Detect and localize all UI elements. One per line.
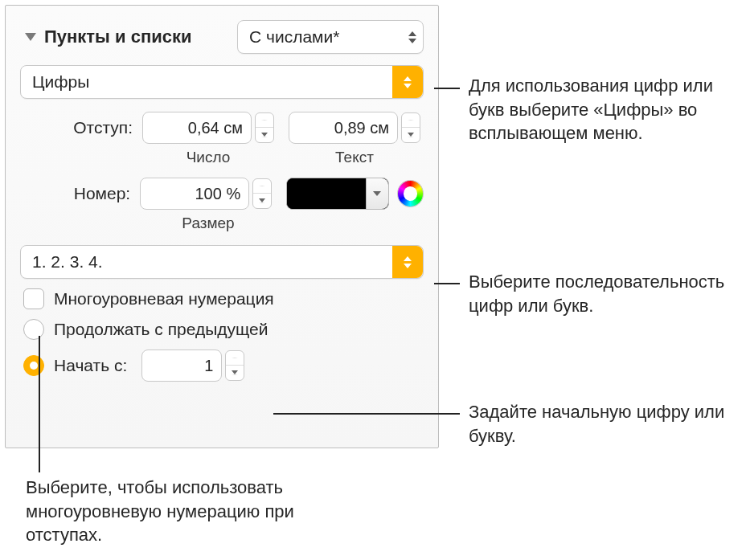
start-from-input[interactable]: 1	[141, 349, 222, 382]
sequence-popup[interactable]: 1. 2. 3. 4.	[20, 245, 424, 279]
indent-label: Отступ:	[20, 118, 133, 137]
start-from-stepper[interactable]	[225, 350, 244, 381]
number-size-caption: Размер	[142, 215, 274, 232]
tiered-numbers-checkbox[interactable]	[23, 288, 44, 309]
color-picker-button[interactable]	[397, 180, 424, 207]
number-label: Номер:	[20, 184, 130, 203]
callout-sequence: Выберите последовательность цифр или бук…	[469, 270, 734, 317]
bullet-type-value: Цифры	[32, 72, 89, 92]
sequence-value: 1. 2. 3. 4.	[32, 252, 103, 272]
dropdown-caret-icon	[392, 246, 423, 278]
color-dropdown-caret[interactable]	[366, 178, 388, 209]
callout-start: Задайте начальную цифру или букву.	[469, 400, 734, 448]
tiered-numbers-label: Многоуровневая нумерация	[54, 289, 274, 309]
start-from-label: Начать с:	[54, 356, 127, 375]
list-style-popup[interactable]: С числами*	[237, 20, 424, 54]
number-color-well[interactable]	[286, 178, 388, 210]
indent-text-caption: Текст	[289, 149, 420, 166]
indent-number-stepper[interactable]	[255, 112, 274, 143]
dropdown-caret-icon	[392, 66, 423, 98]
continue-label: Продолжать с предыдущей	[54, 320, 268, 339]
indent-number-input[interactable]: 0,64 см	[142, 112, 252, 144]
list-style-value: С числами*	[249, 27, 339, 47]
disclosure-triangle[interactable]	[25, 33, 36, 41]
number-size-stepper[interactable]	[252, 178, 272, 209]
indent-text-input[interactable]: 0,89 см	[289, 112, 398, 144]
callout-type: Для использования цифр или букв выберите…	[469, 74, 734, 145]
indent-number-caption: Число	[142, 149, 274, 166]
callout-tiered: Выберите, чтобы использовать многоуровне…	[26, 476, 347, 547]
color-swatch	[287, 178, 365, 209]
continue-radio[interactable]	[23, 319, 44, 340]
dropdown-caret-icon	[408, 31, 416, 43]
bullet-type-popup[interactable]: Цифры	[20, 65, 424, 99]
indent-text-stepper[interactable]	[401, 112, 420, 143]
number-size-input[interactable]: 100 %	[140, 178, 249, 210]
section-title: Пункты и списки	[44, 27, 191, 47]
start-from-radio[interactable]	[23, 355, 44, 376]
